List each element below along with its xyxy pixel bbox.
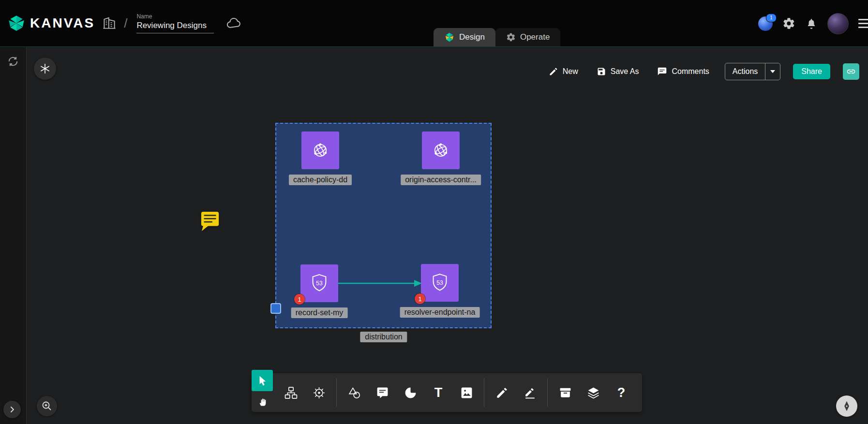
link-icon [846, 67, 856, 76]
route53-shield-icon: 53 [300, 264, 338, 302]
tab-design[interactable]: Design [434, 28, 495, 46]
settings-gear-icon[interactable] [782, 17, 795, 30]
help-button[interactable]: ? [607, 378, 635, 408]
layers-icon [587, 386, 600, 399]
image-tool-button[interactable] [452, 378, 480, 408]
mode-tabs: Design Operate [434, 28, 560, 46]
design-name-field: Name [136, 13, 214, 33]
canvas-toolbar: New Save As Comments Actions [546, 63, 859, 80]
save-icon [597, 67, 606, 76]
components-tool-button[interactable] [277, 378, 305, 408]
saved-designs-button[interactable] [551, 378, 579, 408]
header-left: KANVAS / Name [0, 13, 241, 33]
drawer-icon [559, 386, 572, 399]
actions-label[interactable]: Actions [725, 63, 765, 80]
pencil-draw-tool-button[interactable] [488, 378, 516, 408]
selection-handle[interactable] [270, 303, 281, 314]
node-record-set[interactable]: 53 1 record-set-my [300, 264, 338, 302]
recenter-canvas-button[interactable] [34, 58, 56, 80]
hamburger-menu-icon[interactable] [858, 19, 868, 28]
comments-label: Comments [672, 67, 709, 76]
actions-split-button[interactable]: Actions [725, 63, 780, 80]
edge-arrow[interactable] [333, 277, 430, 290]
chevron-down-icon [770, 70, 775, 73]
cloud-profile-icon[interactable]: 1 [758, 16, 773, 31]
new-label: New [563, 67, 578, 76]
help-icon: ? [617, 386, 626, 399]
hand-icon [258, 395, 268, 409]
organization-icon[interactable] [102, 16, 117, 30]
top-bar: KANVAS / Name [0, 0, 868, 47]
node-label: resolver-endpoint-na [400, 307, 480, 318]
text-tool-icon: T [434, 386, 443, 399]
node-cache-policy[interactable]: cache-policy-dd [301, 132, 339, 169]
pencil-icon [495, 386, 509, 399]
save-as-label: Save As [611, 67, 639, 76]
toolbar-divider [484, 379, 484, 407]
pen-nib-icon [840, 400, 853, 412]
design-tab-icon [444, 32, 455, 43]
shapes-tool-button[interactable] [340, 378, 368, 408]
share-label: Share [801, 67, 822, 76]
kanvas-logo-icon [8, 15, 25, 32]
node-origin-access-control[interactable]: origin-access-contr... [422, 132, 460, 169]
helm-tool-button[interactable] [305, 378, 333, 408]
selection-group[interactable]: cache-policy-dd origin-access-contr... [275, 123, 492, 328]
user-avatar[interactable] [827, 13, 849, 34]
pointer-tools-column [252, 373, 277, 412]
text-tool-button[interactable]: T [424, 378, 452, 408]
group-label[interactable]: distribution [360, 332, 407, 342]
asterisk-icon [39, 63, 51, 74]
breadcrumb-separator: / [124, 16, 127, 31]
select-tool-button[interactable] [252, 370, 273, 391]
marker-draw-tool-button[interactable] [516, 378, 544, 408]
layers-button[interactable] [579, 378, 607, 408]
image-icon [460, 386, 473, 399]
operate-tab-icon [506, 32, 516, 42]
cloudfront-globe-icon [301, 132, 339, 169]
issue-count-badge[interactable]: 1 [415, 293, 425, 304]
design-tab-label: Design [459, 32, 485, 42]
comment-bubble-icon [376, 386, 389, 399]
expand-sidebar-button[interactable] [3, 401, 21, 418]
share-button[interactable]: Share [793, 64, 830, 79]
design-name-input[interactable] [136, 20, 214, 33]
zoom-in-button[interactable] [37, 396, 57, 416]
sticker-tool-button[interactable] [396, 378, 424, 408]
comment-tool-button[interactable] [368, 378, 396, 408]
cloud-sync-icon[interactable] [226, 15, 241, 31]
pen-nib-button[interactable] [836, 395, 857, 417]
notifications-bell-icon[interactable] [805, 17, 818, 30]
design-name-label: Name [136, 13, 214, 20]
save-as-button[interactable]: Save As [594, 66, 642, 77]
svg-text:53: 53 [316, 280, 323, 287]
comments-button[interactable]: Comments [654, 66, 712, 77]
node-label: origin-access-contr... [401, 175, 481, 185]
pan-tool-button[interactable] [255, 394, 271, 409]
magnifier-plus-icon [41, 400, 53, 412]
left-sidebar [0, 47, 27, 424]
cursor-arrow-icon [256, 374, 269, 387]
toolbar-divider [336, 379, 337, 407]
tab-operate[interactable]: Operate [495, 28, 560, 46]
comment-pin-icon[interactable] [200, 210, 221, 233]
actions-dropdown-toggle[interactable] [765, 63, 780, 80]
notification-count-badge: 1 [766, 14, 777, 22]
pencil-icon [549, 67, 558, 76]
sticker-icon [404, 386, 417, 399]
kanvas-logo[interactable]: KANVAS [8, 15, 95, 32]
operate-tab-label: Operate [520, 32, 550, 42]
cloudfront-globe-icon [422, 132, 460, 169]
sync-dock-icon[interactable] [6, 55, 20, 68]
copy-link-button[interactable] [843, 63, 859, 80]
tools-toolbar: T [252, 373, 642, 412]
header-right: 1 [758, 0, 868, 47]
node-label: record-set-my [291, 307, 348, 318]
new-design-button[interactable]: New [546, 66, 581, 77]
comment-icon [657, 67, 667, 77]
helm-wheel-icon [313, 386, 326, 399]
app-title: KANVAS [30, 15, 95, 31]
marker-icon [524, 386, 537, 399]
issue-count-badge[interactable]: 1 [294, 294, 305, 305]
design-canvas[interactable]: New Save As Comments Actions [26, 47, 868, 424]
